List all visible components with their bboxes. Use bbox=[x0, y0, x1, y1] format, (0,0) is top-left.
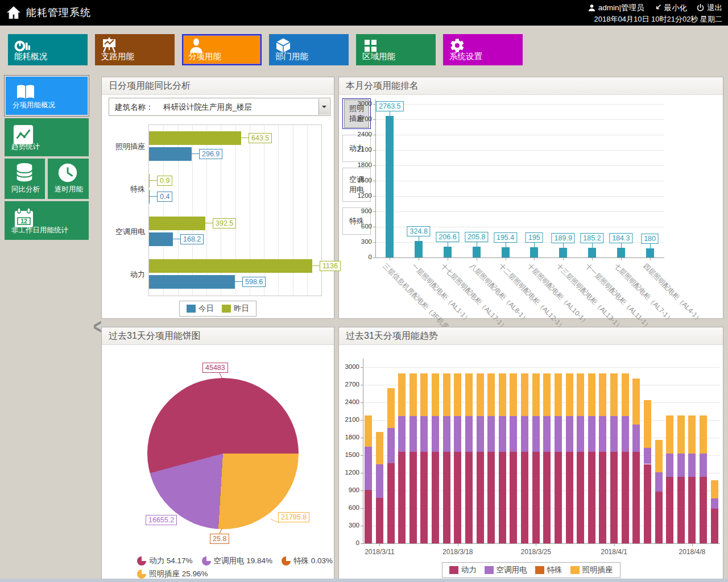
bar[interactable] bbox=[444, 247, 452, 257]
bar-segment[interactable] bbox=[566, 416, 573, 452]
bar-segment[interactable] bbox=[644, 400, 651, 447]
bar-segment[interactable] bbox=[398, 416, 406, 452]
bar-segment[interactable] bbox=[499, 373, 506, 416]
bar-segment[interactable] bbox=[599, 416, 606, 452]
bar-segment[interactable] bbox=[577, 373, 584, 416]
bar-segment[interactable] bbox=[532, 452, 540, 543]
bar-segment[interactable] bbox=[365, 490, 372, 543]
legend-item[interactable]: 照明插座 25.96% bbox=[137, 569, 208, 579]
bar[interactable] bbox=[149, 275, 235, 289]
bar-segment[interactable] bbox=[700, 415, 707, 454]
bar-segment[interactable] bbox=[610, 452, 618, 543]
bar[interactable] bbox=[617, 248, 625, 257]
bar-segment[interactable] bbox=[577, 416, 584, 452]
minimize-button[interactable]: 最小化 bbox=[653, 3, 688, 13]
bar-segment[interactable] bbox=[566, 452, 573, 543]
bar-segment[interactable] bbox=[443, 452, 450, 543]
bar[interactable] bbox=[588, 248, 596, 257]
bar-segment[interactable] bbox=[688, 454, 696, 476]
bar-segment[interactable] bbox=[465, 416, 473, 452]
bar-segment[interactable] bbox=[432, 452, 439, 543]
bar-segment[interactable] bbox=[532, 373, 540, 416]
bar-segment[interactable] bbox=[432, 373, 439, 416]
nav-tab-branch-energy[interactable]: 支路用能 bbox=[95, 34, 175, 65]
nav-tab-subentry-energy[interactable]: 分项用能 bbox=[182, 34, 262, 65]
bar-segment[interactable] bbox=[376, 432, 383, 464]
bar-segment[interactable] bbox=[365, 415, 372, 447]
nav-tab-area-energy[interactable]: 区域用能 bbox=[356, 34, 436, 65]
bar-segment[interactable] bbox=[622, 452, 629, 543]
bar-segment[interactable] bbox=[487, 452, 495, 543]
pie-graphic[interactable] bbox=[147, 378, 299, 529]
bar-segment[interactable] bbox=[543, 416, 551, 452]
bar-segment[interactable] bbox=[622, 416, 629, 452]
bar-segment[interactable] bbox=[477, 416, 484, 452]
bar-segment[interactable] bbox=[632, 379, 640, 425]
bar-segment[interactable] bbox=[532, 416, 540, 452]
bar-segment[interactable] bbox=[666, 454, 673, 476]
nav-tab-energy-overview[interactable]: 能耗概况 bbox=[8, 34, 88, 65]
bar-segment[interactable] bbox=[555, 452, 562, 543]
nav-tab-department-energy[interactable]: 部门用能 bbox=[269, 34, 349, 65]
bar-segment[interactable] bbox=[577, 452, 584, 543]
legend-item[interactable]: 空调用电 19.84% bbox=[202, 556, 273, 566]
nav-tab-system-settings[interactable]: 系统设置 bbox=[443, 34, 523, 65]
bar-segment[interactable] bbox=[521, 373, 528, 416]
bar-segment[interactable] bbox=[588, 373, 595, 416]
bar-segment[interactable] bbox=[410, 373, 417, 416]
sidebar-item-nonworkday-stats[interactable]: 12非工作日用能统计 bbox=[5, 201, 89, 240]
legend-item[interactable]: 今日 bbox=[187, 304, 214, 314]
legend-item[interactable]: 动力 54.17% bbox=[137, 556, 193, 566]
bar[interactable] bbox=[473, 247, 481, 257]
bar-segment[interactable] bbox=[477, 452, 484, 543]
bar[interactable] bbox=[149, 259, 312, 273]
bar-segment[interactable] bbox=[655, 440, 663, 472]
bar-segment[interactable] bbox=[610, 373, 618, 416]
dropdown-button[interactable] bbox=[318, 99, 329, 115]
bar-segment[interactable] bbox=[688, 415, 696, 454]
bar-segment[interactable] bbox=[376, 464, 383, 498]
bar-segment[interactable] bbox=[487, 416, 495, 452]
bar-segment[interactable] bbox=[443, 416, 450, 452]
bar-segment[interactable] bbox=[387, 388, 395, 428]
sidebar-item-hourly-energy[interactable]: 逐时用能 bbox=[48, 159, 89, 199]
user-menu[interactable]: admin|管理员 bbox=[588, 3, 644, 13]
sidebar-item-subentry-overview[interactable]: 分项用能概况 bbox=[5, 76, 89, 116]
bar-segment[interactable] bbox=[465, 452, 473, 543]
bar-segment[interactable] bbox=[410, 452, 417, 543]
bar-segment[interactable] bbox=[521, 416, 528, 452]
bar-segment[interactable] bbox=[644, 464, 651, 544]
legend-item[interactable]: 照明插座 bbox=[570, 565, 613, 575]
legend-item[interactable]: 特殊 0.03% bbox=[282, 556, 333, 566]
bar-segment[interactable] bbox=[588, 416, 595, 452]
bar[interactable] bbox=[149, 190, 150, 203]
bar[interactable] bbox=[415, 241, 423, 257]
bar-segment[interactable] bbox=[655, 472, 663, 492]
legend-item[interactable]: 特殊 bbox=[535, 565, 562, 575]
bar-segment[interactable] bbox=[666, 477, 673, 543]
bar-segment[interactable] bbox=[711, 509, 718, 543]
bar-segment[interactable] bbox=[521, 452, 528, 543]
bar[interactable] bbox=[386, 116, 394, 257]
bar-segment[interactable] bbox=[666, 415, 673, 454]
bar-segment[interactable] bbox=[555, 416, 562, 452]
bar-segment[interactable] bbox=[443, 373, 450, 416]
bar-segment[interactable] bbox=[454, 452, 461, 543]
bar-segment[interactable] bbox=[387, 463, 395, 543]
bar[interactable] bbox=[646, 248, 654, 257]
bar-segment[interactable] bbox=[588, 452, 595, 543]
home-icon[interactable] bbox=[6, 5, 22, 23]
bar-segment[interactable] bbox=[555, 373, 562, 416]
bar-segment[interactable] bbox=[711, 498, 718, 509]
legend-item[interactable]: 昨日 bbox=[222, 304, 249, 314]
bar-segment[interactable] bbox=[510, 452, 517, 543]
bar-segment[interactable] bbox=[566, 373, 573, 416]
bar[interactable] bbox=[559, 248, 567, 257]
bar-segment[interactable] bbox=[499, 416, 506, 452]
sidebar-item-yoy-analysis[interactable]: 同比分析 bbox=[5, 159, 45, 199]
bar-segment[interactable] bbox=[454, 416, 461, 452]
bar-segment[interactable] bbox=[632, 425, 640, 452]
bar-segment[interactable] bbox=[454, 373, 461, 416]
bar[interactable] bbox=[149, 232, 173, 246]
bar-segment[interactable] bbox=[599, 373, 606, 416]
